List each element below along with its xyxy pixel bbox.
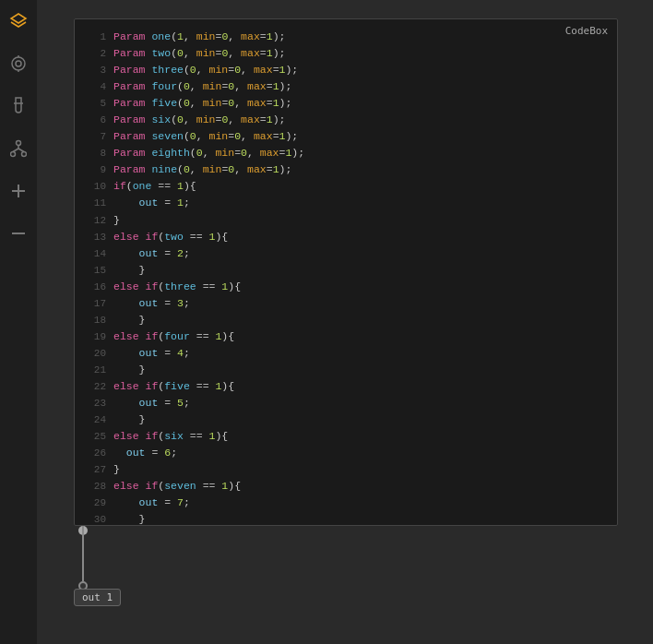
target-icon[interactable] [6, 52, 30, 76]
line-number: 7 [84, 129, 106, 145]
svg-line-10 [13, 149, 18, 152]
line-number: 4 [84, 79, 106, 95]
codebox-title: CodeBox [565, 25, 608, 37]
line-number: 3 [84, 63, 106, 78]
line-content: else if(seven == 1){ [113, 478, 241, 495]
line-content: Param nine(0, min=0, max=1); [113, 161, 291, 178]
line-number: 18 [84, 313, 106, 328]
code-line: 4Param four(0, min=0, max=1); [84, 78, 608, 95]
line-number: 23 [84, 396, 106, 411]
line-number: 10 [84, 179, 106, 195]
code-line: 25else if(six == 1){ [84, 428, 608, 445]
line-content: } [113, 411, 146, 428]
line-content: else if(five == 1){ [113, 378, 234, 395]
code-line: 10if(one == 1){ [84, 178, 608, 195]
line-number: 26 [84, 446, 106, 461]
line-number: 30 [84, 512, 106, 525]
code-line: 1Param one(1, min=0, max=1); [84, 29, 608, 45]
code-line: 29 out = 7; [84, 495, 608, 511]
layers-icon[interactable] [6, 9, 30, 33]
code-line: 24 } [84, 411, 608, 428]
svg-point-6 [17, 141, 21, 146]
code-line: 28else if(seven == 1){ [84, 478, 608, 495]
svg-marker-0 [11, 14, 26, 23]
line-content: out = 2; [113, 245, 190, 262]
code-line: 21 } [84, 362, 608, 378]
line-content: else if(six == 1){ [113, 428, 228, 445]
line-content: Param four(0, min=0, max=1); [113, 78, 291, 95]
line-content: Param eighth(0, min=0, max=1); [113, 145, 304, 161]
line-content: Param six(0, min=0, max=1); [113, 112, 285, 128]
code-line: 11 out = 1; [84, 195, 608, 211]
line-number: 19 [84, 329, 106, 345]
line-number: 14 [84, 246, 106, 262]
code-line: 3Param three(0, min=0, max=1); [84, 62, 608, 78]
line-number: 28 [84, 479, 106, 495]
svg-point-2 [16, 61, 21, 66]
line-content: out = 7; [113, 495, 190, 511]
clip-icon[interactable] [6, 94, 30, 118]
code-line: 2Param two(0, min=0, max=1); [84, 45, 608, 62]
line-number: 29 [84, 495, 106, 511]
line-content: } [113, 511, 146, 525]
code-line: 13else if(two == 1){ [84, 229, 608, 245]
code-line: 9Param nine(0, min=0, max=1); [84, 161, 608, 178]
code-line: 12} [84, 212, 608, 229]
line-content: Param two(0, min=0, max=1); [113, 45, 285, 62]
line-number: 16 [84, 280, 106, 295]
line-content: Param three(0, min=0, max=1); [113, 62, 298, 78]
line-number: 5 [84, 96, 106, 112]
line-number: 27 [84, 462, 106, 478]
line-number: 12 [84, 213, 106, 229]
line-content: out = 1; [113, 195, 190, 211]
code-line: 30 } [84, 511, 608, 525]
line-content: } [113, 262, 146, 279]
line-number: 17 [84, 296, 106, 312]
code-line: 14 out = 2; [84, 245, 608, 262]
line-number: 11 [84, 196, 106, 211]
line-content: out = 6; [113, 445, 177, 461]
code-content[interactable]: 1Param one(1, min=0, max=1);2Param two(0… [75, 19, 617, 525]
code-line: 22else if(five == 1){ [84, 378, 608, 395]
line-number: 1 [84, 30, 106, 45]
line-number: 15 [84, 263, 106, 279]
line-content: Param one(1, min=0, max=1); [113, 29, 285, 45]
fork-icon[interactable] [6, 137, 30, 161]
code-line: 17 out = 3; [84, 295, 608, 312]
line-content: out = 4; [113, 345, 190, 362]
line-number: 22 [84, 379, 106, 395]
line-content: else if(two == 1){ [113, 229, 228, 245]
code-line: 6Param six(0, min=0, max=1); [84, 112, 608, 128]
line-number: 6 [84, 113, 106, 128]
code-line: 27} [84, 461, 608, 478]
svg-point-1 [12, 57, 25, 70]
line-number: 2 [84, 46, 106, 62]
code-line: 23 out = 5; [84, 395, 608, 411]
line-number: 8 [84, 146, 106, 161]
code-line: 5Param five(0, min=0, max=1); [84, 95, 608, 112]
out-badge: out 1 [74, 589, 121, 606]
line-content: } [113, 362, 146, 378]
line-content: out = 5; [113, 395, 190, 411]
sidebar [0, 0, 37, 644]
add-icon[interactable] [6, 179, 30, 203]
line-content: else if(three == 1){ [113, 279, 241, 295]
line-number: 24 [84, 412, 106, 428]
svg-point-8 [22, 152, 27, 157]
code-line: 20 out = 4; [84, 345, 608, 362]
line-content: out = 3; [113, 295, 190, 312]
code-line: 16else if(three == 1){ [84, 279, 608, 295]
line-number: 20 [84, 346, 106, 362]
code-line: 15 } [84, 262, 608, 279]
line-content: Param five(0, min=0, max=1); [113, 95, 291, 112]
line-number: 9 [84, 162, 106, 178]
line-content: } [113, 212, 120, 229]
code-editor: CodeBox 1Param one(1, min=0, max=1);2Par… [74, 18, 618, 526]
connection-line [82, 526, 84, 581]
line-number: 25 [84, 429, 106, 445]
code-line: 18 } [84, 312, 608, 328]
code-line: 26 out = 6; [84, 445, 608, 461]
minus-icon[interactable] [6, 221, 30, 245]
line-content: else if(four == 1){ [113, 328, 234, 345]
line-number: 13 [84, 230, 106, 245]
